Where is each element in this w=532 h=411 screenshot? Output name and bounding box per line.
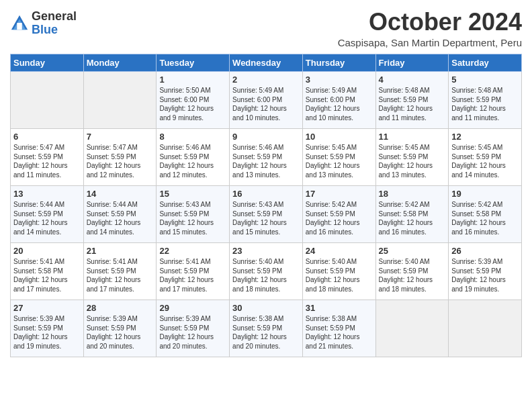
day-number: 8 [159, 132, 226, 142]
calendar-cell: 2Sunrise: 5:49 AM Sunset: 6:00 PM Daylig… [230, 72, 303, 129]
day-detail: Sunrise: 5:42 AM Sunset: 5:58 PM Dayligh… [451, 200, 519, 236]
calendar-day-header: Monday [83, 54, 157, 72]
calendar-week-row: 6Sunrise: 5:47 AM Sunset: 5:59 PM Daylig… [11, 129, 522, 186]
day-detail: Sunrise: 5:41 AM Sunset: 5:59 PM Dayligh… [159, 257, 226, 293]
day-detail: Sunrise: 5:40 AM Sunset: 5:59 PM Dayligh… [306, 257, 373, 293]
day-detail: Sunrise: 5:47 AM Sunset: 5:59 PM Dayligh… [87, 143, 154, 179]
calendar-day-header: Friday [375, 54, 449, 72]
day-number: 6 [13, 132, 81, 142]
calendar-cell: 4Sunrise: 5:48 AM Sunset: 5:59 PM Daylig… [375, 72, 449, 129]
page-header: General Blue October 2024 Caspisapa, San… [10, 10, 522, 48]
calendar-week-row: 1Sunrise: 5:50 AM Sunset: 6:00 PM Daylig… [11, 72, 522, 129]
calendar-week-row: 13Sunrise: 5:44 AM Sunset: 5:59 PM Dayli… [11, 186, 522, 243]
calendar-header-row: SundayMondayTuesdayWednesdayThursdayFrid… [11, 54, 522, 72]
day-number: 25 [379, 246, 446, 256]
day-number: 5 [451, 75, 519, 85]
title-block: October 2024 Caspisapa, San Martin Depar… [338, 10, 522, 48]
calendar-cell: 9Sunrise: 5:46 AM Sunset: 5:59 PM Daylig… [230, 129, 303, 186]
calendar-day-header: Thursday [302, 54, 375, 72]
day-number: 15 [159, 189, 226, 199]
day-number: 19 [451, 189, 519, 199]
day-number: 4 [379, 75, 446, 85]
day-number: 18 [379, 189, 446, 199]
day-number: 24 [306, 246, 373, 256]
calendar-cell: 31Sunrise: 5:38 AM Sunset: 5:59 PM Dayli… [302, 300, 375, 357]
svg-rect-2 [17, 23, 21, 30]
logo: General Blue [10, 10, 77, 37]
day-detail: Sunrise: 5:40 AM Sunset: 5:59 PM Dayligh… [379, 257, 446, 293]
calendar-cell: 16Sunrise: 5:43 AM Sunset: 5:59 PM Dayli… [230, 186, 303, 243]
calendar-table: SundayMondayTuesdayWednesdayThursdayFrid… [10, 54, 522, 357]
day-detail: Sunrise: 5:48 AM Sunset: 5:59 PM Dayligh… [451, 86, 519, 122]
calendar-cell: 21Sunrise: 5:41 AM Sunset: 5:59 PM Dayli… [83, 243, 157, 300]
day-detail: Sunrise: 5:46 AM Sunset: 5:59 PM Dayligh… [159, 143, 226, 179]
calendar-cell: 13Sunrise: 5:44 AM Sunset: 5:59 PM Dayli… [11, 186, 84, 243]
day-number: 11 [379, 132, 446, 142]
day-detail: Sunrise: 5:50 AM Sunset: 6:00 PM Dayligh… [159, 86, 226, 122]
calendar-cell [83, 72, 157, 129]
day-detail: Sunrise: 5:49 AM Sunset: 6:00 PM Dayligh… [306, 86, 373, 122]
location: Caspisapa, San Martin Department, Peru [338, 37, 522, 48]
calendar-cell: 3Sunrise: 5:49 AM Sunset: 6:00 PM Daylig… [302, 72, 375, 129]
calendar-day-header: Wednesday [230, 54, 303, 72]
day-number: 27 [13, 303, 81, 313]
calendar-cell: 6Sunrise: 5:47 AM Sunset: 5:59 PM Daylig… [11, 129, 84, 186]
day-detail: Sunrise: 5:38 AM Sunset: 5:59 PM Dayligh… [232, 314, 300, 351]
calendar-week-row: 27Sunrise: 5:39 AM Sunset: 5:59 PM Dayli… [11, 300, 522, 357]
calendar-cell: 26Sunrise: 5:39 AM Sunset: 5:59 PM Dayli… [449, 243, 522, 300]
calendar-cell: 27Sunrise: 5:39 AM Sunset: 5:59 PM Dayli… [11, 300, 84, 357]
logo-text: General Blue [32, 10, 77, 37]
day-number: 31 [306, 303, 373, 313]
calendar-cell: 15Sunrise: 5:43 AM Sunset: 5:59 PM Dayli… [157, 186, 230, 243]
calendar-cell: 14Sunrise: 5:44 AM Sunset: 5:59 PM Dayli… [83, 186, 157, 243]
calendar-week-row: 20Sunrise: 5:41 AM Sunset: 5:58 PM Dayli… [11, 243, 522, 300]
calendar-cell [449, 300, 522, 357]
calendar-body: 1Sunrise: 5:50 AM Sunset: 6:00 PM Daylig… [11, 72, 522, 357]
day-detail: Sunrise: 5:40 AM Sunset: 5:59 PM Dayligh… [232, 257, 300, 293]
day-number: 1 [159, 75, 226, 85]
calendar-cell: 29Sunrise: 5:39 AM Sunset: 5:59 PM Dayli… [157, 300, 230, 357]
day-number: 28 [87, 303, 154, 313]
day-number: 29 [159, 303, 226, 313]
day-detail: Sunrise: 5:45 AM Sunset: 5:59 PM Dayligh… [306, 143, 373, 179]
day-number: 21 [87, 246, 154, 256]
day-number: 16 [232, 189, 300, 199]
calendar-cell: 25Sunrise: 5:40 AM Sunset: 5:59 PM Dayli… [375, 243, 449, 300]
calendar-cell: 20Sunrise: 5:41 AM Sunset: 5:58 PM Dayli… [11, 243, 84, 300]
day-number: 17 [306, 189, 373, 199]
month-title: October 2024 [338, 10, 522, 34]
day-number: 23 [232, 246, 300, 256]
day-detail: Sunrise: 5:41 AM Sunset: 5:58 PM Dayligh… [13, 257, 81, 293]
calendar-cell: 5Sunrise: 5:48 AM Sunset: 5:59 PM Daylig… [449, 72, 522, 129]
calendar-cell: 7Sunrise: 5:47 AM Sunset: 5:59 PM Daylig… [83, 129, 157, 186]
day-detail: Sunrise: 5:39 AM Sunset: 5:59 PM Dayligh… [13, 314, 81, 351]
day-detail: Sunrise: 5:44 AM Sunset: 5:59 PM Dayligh… [13, 200, 81, 236]
day-detail: Sunrise: 5:47 AM Sunset: 5:59 PM Dayligh… [13, 143, 81, 179]
day-detail: Sunrise: 5:39 AM Sunset: 5:59 PM Dayligh… [87, 314, 154, 351]
calendar-day-header: Sunday [11, 54, 84, 72]
day-detail: Sunrise: 5:45 AM Sunset: 5:59 PM Dayligh… [379, 143, 446, 179]
calendar-cell: 18Sunrise: 5:42 AM Sunset: 5:58 PM Dayli… [375, 186, 449, 243]
calendar-day-header: Tuesday [157, 54, 230, 72]
calendar-cell: 23Sunrise: 5:40 AM Sunset: 5:59 PM Dayli… [230, 243, 303, 300]
day-number: 10 [306, 132, 373, 142]
day-number: 20 [13, 246, 81, 256]
day-number: 3 [306, 75, 373, 85]
day-detail: Sunrise: 5:42 AM Sunset: 5:58 PM Dayligh… [379, 200, 446, 236]
calendar-cell [11, 72, 84, 129]
day-number: 22 [159, 246, 226, 256]
day-number: 30 [232, 303, 300, 313]
day-number: 2 [232, 75, 300, 85]
day-detail: Sunrise: 5:42 AM Sunset: 5:59 PM Dayligh… [306, 200, 373, 236]
day-number: 9 [232, 132, 300, 142]
calendar-cell [375, 300, 449, 357]
day-detail: Sunrise: 5:46 AM Sunset: 5:59 PM Dayligh… [232, 143, 300, 179]
calendar-cell: 28Sunrise: 5:39 AM Sunset: 5:59 PM Dayli… [83, 300, 157, 357]
day-number: 7 [87, 132, 154, 142]
day-detail: Sunrise: 5:48 AM Sunset: 5:59 PM Dayligh… [379, 86, 446, 122]
calendar-cell: 1Sunrise: 5:50 AM Sunset: 6:00 PM Daylig… [157, 72, 230, 129]
day-detail: Sunrise: 5:49 AM Sunset: 6:00 PM Dayligh… [232, 86, 300, 122]
calendar-cell: 19Sunrise: 5:42 AM Sunset: 5:58 PM Dayli… [449, 186, 522, 243]
calendar-cell: 12Sunrise: 5:45 AM Sunset: 5:59 PM Dayli… [449, 129, 522, 186]
day-detail: Sunrise: 5:39 AM Sunset: 5:59 PM Dayligh… [451, 257, 519, 293]
